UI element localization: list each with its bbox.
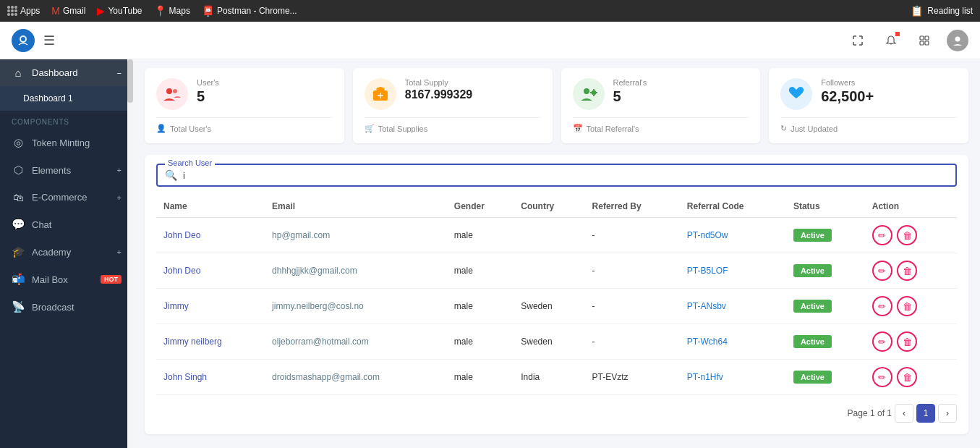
name-link[interactable]: John Deo [163,266,200,276]
sidebar-item-elements[interactable]: ⬡ Elements + [0,156,133,184]
table-row: John Deo hp@gmail.com male - PT-nd5Ow Ac… [156,218,957,253]
sidebar-item-label-broadcast: Broadcast [32,302,74,313]
reading-list-icon: 📋 [911,5,923,17]
delete-button[interactable]: 🗑 [897,296,917,316]
supply-stat-footer: 🛒 Total Supplies [365,117,541,133]
svg-rect-3 [925,36,929,40]
search-table-card: Search User 🔍 Name Email Gender Country … [145,155,968,434]
edit-button[interactable]: ✏ [872,367,892,387]
user-avatar[interactable] [947,30,968,51]
name-link[interactable]: John Deo [163,230,200,240]
followers-stat-value: 62,500+ [821,88,874,105]
sidebar-item-label-mailbox: Mail Box [32,274,68,285]
svg-point-1 [21,37,25,41]
svg-rect-4 [920,41,924,45]
edit-button[interactable]: ✏ [872,296,892,316]
cell-gender: male [447,360,514,395]
delete-button[interactable]: 🗑 [897,225,917,245]
followers-stat-footer: ↻ Just Updated [780,117,957,133]
sidebar-scrollbar-thumb[interactable] [127,59,133,103]
svg-point-6 [955,36,960,41]
col-name: Name [156,195,265,218]
stat-card-top-followers: Followers 62,500+ [780,78,957,110]
referrals-stat-value: 5 [613,88,647,105]
elements-icon: ⬡ [12,164,25,177]
page-1-button[interactable]: 1 [916,404,935,423]
app-body: ⌂ Dashboard − Dashboard 1 Components ◎ T… [0,59,980,448]
svg-rect-2 [920,36,924,40]
postman-label: Postman - Chrome... [217,6,297,16]
app-logo [12,29,35,52]
browser-postman[interactable]: 📮 Postman - Chrome... [202,5,297,17]
sidebar-item-mailbox[interactable]: 📬 Mail Box HOT [0,266,133,293]
cell-name: John Deo [156,253,265,289]
menu-icon[interactable]: ☰ [43,33,55,48]
referrals-footer-text: Total Referral's [587,124,639,133]
referrals-stat-text: Referral's 5 [613,78,647,105]
cell-referred-by: PT-EVztz [585,360,680,395]
sidebar-item-dashboard1[interactable]: Dashboard 1 [0,86,133,111]
browser-apps[interactable]: Apps [7,6,40,16]
elements-expand-icon: + [117,166,122,174]
sidebar-item-ecommerce[interactable]: 🛍 E-Commerce + [0,184,133,211]
sidebar-item-broadcast[interactable]: 📡 Broadcast [0,293,133,321]
edit-button[interactable]: ✏ [872,261,892,281]
academy-expand-icon: + [117,248,122,256]
sidebar-item-token-minting[interactable]: ◎ Token Minting [0,129,133,156]
sidebar-item-chat[interactable]: 💬 Chat [0,211,133,238]
prev-page-button[interactable]: ‹ [895,404,913,423]
delete-button[interactable]: 🗑 [897,367,917,387]
main-content: User's 5 👤 Total User's [133,59,980,448]
browser-maps[interactable]: 📍 Maps [154,5,190,17]
cell-name: Jimmy neilberg [156,324,265,360]
cell-action: ✏ 🗑 [865,360,957,395]
apps-label: Apps [20,6,40,16]
browser-youtube[interactable]: ▶ YouTube [97,5,142,17]
supply-footer-text: Total Supplies [378,124,428,133]
users-footer-text: Total User's [170,124,211,133]
name-link[interactable]: Jimmy [163,301,189,311]
gmail-icon: M [51,5,60,17]
cell-country: Sweden [514,289,584,324]
cell-email: dhhhgjjkk@gmail.com [265,253,447,289]
delete-button[interactable]: 🗑 [897,261,917,281]
next-page-button[interactable]: › [938,404,957,423]
cell-gender: male [447,218,514,253]
browser-gmail[interactable]: M Gmail [51,5,85,17]
name-link[interactable]: John Singh [163,372,207,382]
token-minting-icon: ◎ [12,136,25,149]
sidebar-item-label-elements: Elements [32,165,71,176]
resize-button[interactable] [847,30,869,51]
edit-button[interactable]: ✏ [872,331,892,352]
notifications-button[interactable] [880,30,902,51]
referrals-stat-icon [573,78,605,110]
sidebar-wrapper: ⌂ Dashboard − Dashboard 1 Components ◎ T… [0,59,133,448]
delete-button[interactable]: 🗑 [897,331,917,352]
search-box-wrapper: Search User 🔍 [156,164,957,187]
maps-icon: 📍 [154,5,166,17]
sidebar-item-label-dashboard1: Dashboard 1 [23,93,73,103]
referrals-footer-icon: 📅 [573,124,583,133]
pagination-row: Page 1 of 1 ‹ 1 › [156,395,957,426]
col-action: Action [865,195,957,218]
sidebar-item-academy[interactable]: 🎓 Academy + [0,238,133,266]
name-link[interactable]: Jimmy neilberg [163,337,222,347]
sidebar-item-dashboard[interactable]: ⌂ Dashboard − [0,59,133,86]
page-info: Page 1 of 1 [848,408,892,418]
edit-button[interactable]: ✏ [872,225,892,245]
gmail-label: Gmail [63,6,85,16]
svg-point-12 [584,88,589,94]
stats-row: User's 5 👤 Total User's [145,68,968,143]
search-icon: 🔍 [165,169,177,181]
stat-card-referrals: Referral's 5 📅 Total Referral's [561,68,761,143]
search-input[interactable] [183,170,948,181]
supply-stat-label: Total Supply [405,78,472,87]
col-email: Email [265,195,447,218]
browser-right: 📋 Reading list [911,5,973,17]
cell-email: droidsmashapp@gmail.com [265,360,447,395]
cell-gender: male [447,253,514,289]
cell-email: jimmy.neilberg@cosl.no [265,289,447,324]
cell-name: John Deo [156,218,265,253]
grid-view-button[interactable] [913,30,935,51]
table-row: Jimmy jimmy.neilberg@cosl.no male Sweden… [156,289,957,324]
